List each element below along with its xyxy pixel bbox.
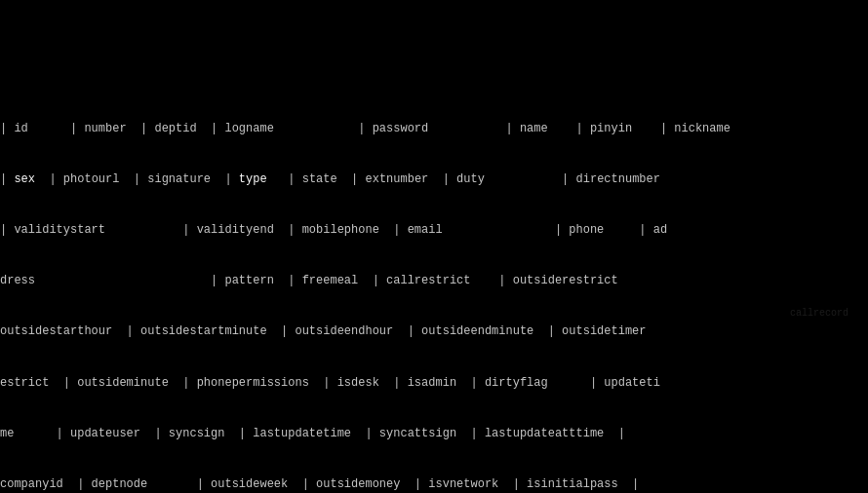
line-2: | sex | photourl | signature | type | st… bbox=[0, 171, 868, 188]
line-6: estrict | outsideminute | phonepermissio… bbox=[0, 375, 868, 392]
line-1: | id | number | deptid | logname | passw… bbox=[0, 121, 868, 137]
line-3: | validitystart | validityend | mobileph… bbox=[0, 222, 868, 239]
line-7: me | updateuser | syncsign | lastupdatet… bbox=[0, 426, 868, 442]
line-4: dress | pattern | freemeal | callrestric… bbox=[0, 273, 868, 289]
line-8: companyid | deptnode | outsideweek | out… bbox=[0, 476, 868, 493]
watermark-callrecord: callrecord bbox=[790, 307, 848, 322]
line-5: outsidestarthour | outsidestartminute | … bbox=[0, 323, 868, 340]
terminal-output: callrecord | id | number | deptid | logn… bbox=[0, 0, 868, 493]
